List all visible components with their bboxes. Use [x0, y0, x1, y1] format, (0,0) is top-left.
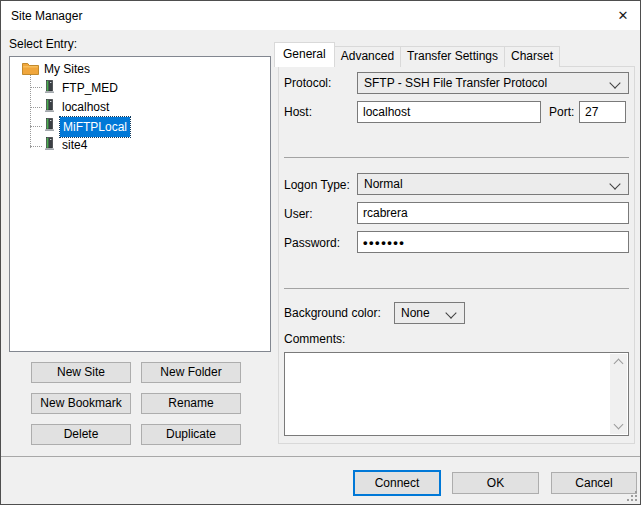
tab-advanced[interactable]: Advanced — [334, 46, 401, 67]
port-label: Port: — [549, 105, 574, 119]
comments-textarea[interactable] — [284, 352, 629, 436]
password-label: Password: — [284, 236, 340, 250]
logon-type-label: Logon Type: — [284, 178, 350, 192]
comments-scrollbar[interactable] — [610, 354, 627, 434]
chevron-down-icon — [445, 307, 456, 318]
tree-item-label: FTP_MED — [62, 79, 118, 97]
logon-type-value: Normal — [364, 177, 403, 191]
close-icon[interactable]: ✕ — [612, 8, 634, 23]
server-icon — [44, 99, 55, 118]
background-color-label: Background color: — [284, 306, 381, 320]
protocol-dropdown[interactable]: SFTP - SSH File Transfer Protocol — [357, 72, 629, 94]
tab-charset[interactable]: Charset — [504, 46, 560, 67]
site-tree[interactable]: My Sites FTP_MED localhost MiFTPLocal si — [9, 56, 271, 352]
server-icon — [44, 118, 55, 137]
section-divider — [284, 157, 629, 158]
server-icon — [44, 137, 55, 156]
tab-transfer-settings[interactable]: Transfer Settings — [400, 46, 505, 67]
tree-item-label: site4 — [62, 136, 87, 154]
chevron-down-icon — [609, 178, 620, 189]
dialog-title: Site Manager — [11, 9, 82, 23]
scroll-down-icon[interactable] — [614, 420, 624, 430]
tab-general[interactable]: General — [274, 42, 335, 67]
tree-connector-line — [30, 126, 42, 127]
chevron-down-icon — [609, 77, 620, 88]
tab-bar: General Advanced Transfer Settings Chars… — [274, 42, 560, 67]
background-color-dropdown[interactable]: None — [394, 302, 465, 324]
tree-item-label: My Sites — [44, 60, 90, 78]
select-entry-label: Select Entry: — [9, 37, 77, 51]
tree-connector-line — [30, 74, 31, 148]
tree-item-label: MiFTPLocal — [60, 117, 130, 137]
section-divider — [284, 288, 629, 289]
cancel-button[interactable]: Cancel — [551, 472, 637, 494]
ok-button[interactable]: OK — [452, 472, 539, 494]
folder-icon — [22, 62, 39, 80]
resize-grip[interactable] — [627, 491, 638, 505]
connect-button[interactable]: Connect — [353, 470, 441, 496]
protocol-value: SFTP - SSH File Transfer Protocol — [364, 76, 547, 90]
site-manager-dialog: Site Manager ✕ Select Entry: My Sites FT… — [0, 0, 641, 505]
tree-connector-line — [30, 87, 42, 88]
delete-button[interactable]: Delete — [31, 424, 131, 445]
port-input[interactable] — [579, 101, 626, 123]
new-bookmark-button[interactable]: New Bookmark — [31, 393, 131, 414]
logon-type-dropdown[interactable]: Normal — [357, 173, 629, 195]
host-label: Host: — [284, 105, 312, 119]
new-site-button[interactable]: New Site — [31, 362, 131, 383]
server-icon — [44, 80, 55, 99]
new-folder-button[interactable]: New Folder — [141, 362, 241, 383]
password-input[interactable] — [357, 231, 629, 253]
titlebar: Site Manager ✕ — [1, 1, 640, 30]
tree-connector-line — [30, 107, 42, 108]
duplicate-button[interactable]: Duplicate — [141, 424, 241, 445]
user-label: User: — [284, 207, 313, 221]
background-color-value: None — [401, 306, 430, 320]
protocol-label: Protocol: — [284, 76, 331, 90]
host-input[interactable] — [357, 101, 541, 123]
user-input[interactable] — [357, 202, 629, 224]
comments-label: Comments: — [284, 332, 345, 346]
tree-connector-line — [30, 146, 42, 147]
scroll-up-icon[interactable] — [614, 359, 624, 369]
tree-item-label: localhost — [62, 98, 109, 116]
rename-button[interactable]: Rename — [141, 393, 241, 414]
footer-divider — [1, 456, 641, 457]
